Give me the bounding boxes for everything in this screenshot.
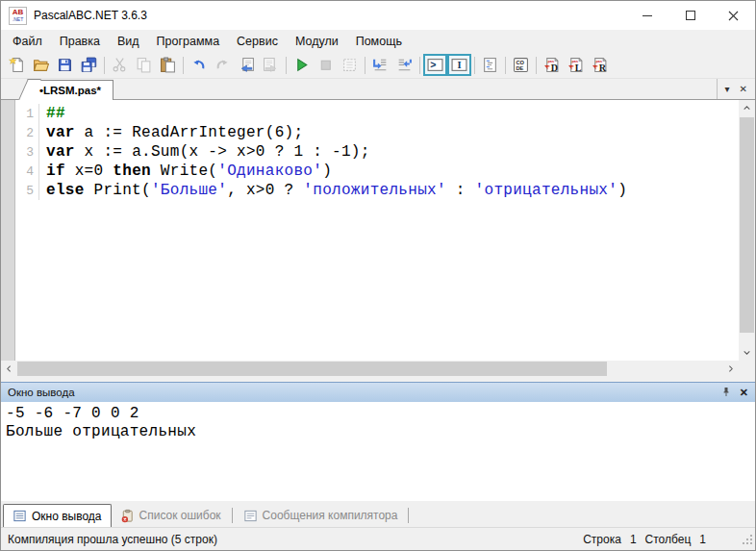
code-text: ## [38, 104, 65, 123]
tab-close-icon[interactable]: ✕ [740, 84, 747, 94]
app-icon-top-text: AB [13, 9, 24, 16]
increase-indent-button[interactable] [368, 54, 392, 76]
scroll-up-arrow[interactable] [739, 100, 755, 116]
token-pln: Write( [151, 163, 217, 180]
editor-vertical-scrollbar[interactable] [739, 100, 755, 361]
run-without-output-button[interactable] [338, 54, 362, 76]
undo-button[interactable] [187, 54, 211, 76]
close-button[interactable] [712, 1, 755, 30]
code-line: 2var a := ReadArrInteger(6); [16, 123, 739, 142]
code-text: else Print('Больше', x>0 ? 'положительны… [38, 181, 627, 200]
col-label: Столбец [645, 533, 692, 546]
svg-text:R: R [599, 63, 607, 73]
line-number: 3 [16, 142, 38, 162]
toolbar-separator [286, 57, 287, 74]
svg-text:>: > [430, 59, 436, 70]
new-file-button[interactable] [5, 54, 29, 76]
window-title: PascalABC.NET 3.6.3 [34, 9, 147, 22]
pin-icon[interactable] [720, 386, 732, 400]
decrease-indent-button[interactable] [392, 54, 416, 76]
token-pln: x := a.Sum(x -> x>0 ? 1 : -1); [75, 143, 370, 161]
code-templates-button[interactable]: CODE [509, 54, 533, 76]
convert-l-icon: pasL [567, 57, 584, 73]
col-value: 1 [699, 533, 706, 546]
show-structure-button[interactable] [478, 54, 502, 76]
menu-item-modules[interactable]: Модули [288, 32, 346, 51]
toggle-input-caret-button[interactable]: I [447, 54, 471, 76]
bottom-tab-label: Список ошибок [139, 509, 221, 522]
convert-d-button[interactable]: pasD [540, 54, 564, 76]
open-file-icon [33, 57, 49, 73]
svg-text:D: D [551, 63, 558, 73]
bottom-tab-separator [408, 508, 409, 523]
tab-bar: •LRSM.pas* ▾ ✕ [1, 79, 755, 100]
status-bar: Компиляция прошла успешно (5 строк) Стро… [1, 527, 755, 550]
menu-item-service[interactable]: Сервис [229, 32, 286, 51]
scroll-left-arrow[interactable] [1, 361, 17, 377]
maximize-button[interactable] [668, 1, 712, 30]
navigate-back-button[interactable] [235, 54, 259, 76]
cut-button[interactable] [108, 54, 132, 76]
bottom-tab-label: Сообщения компилятора [263, 509, 398, 522]
navigate-forward-button[interactable] [259, 54, 283, 76]
app-icon-bottom-text: .NET [13, 16, 23, 22]
vertical-scroll-thumb[interactable] [740, 117, 754, 333]
output-line: Больше отрицательных [6, 423, 750, 441]
svg-text:L: L [575, 63, 582, 73]
tab-dropdown-icon[interactable]: ▾ [725, 84, 730, 94]
copy-icon [136, 57, 152, 73]
token-pln: x=0 [65, 163, 113, 180]
tab-bar-controls: ▾ ✕ [717, 79, 755, 99]
scroll-right-arrow[interactable] [722, 361, 739, 377]
bottom-tab-error-list[interactable]: Список ошибок [112, 505, 230, 526]
run-without-output-icon [341, 57, 358, 73]
token-str: 'Больше' [151, 182, 227, 199]
redo-button[interactable] [211, 54, 235, 76]
menu-item-edit[interactable]: Правка [52, 32, 108, 51]
convert-r-icon: pasR [592, 57, 608, 73]
open-file-button[interactable] [29, 54, 53, 76]
token-str: 'положительных' [303, 182, 446, 199]
resize-grip[interactable] [742, 534, 753, 548]
convert-r-button[interactable]: pasR [588, 54, 612, 76]
code-text: var x := a.Sum(x -> x>0 ? 1 : -1); [38, 142, 370, 162]
output-text-area[interactable]: -5 -6 -7 0 0 2Больше отрицательных [1, 402, 755, 501]
new-file-icon [9, 57, 25, 73]
code-editor[interactable]: 1##2var a := ReadArrInteger(6);3var x :=… [1, 100, 755, 377]
run-button[interactable] [290, 54, 314, 76]
editor-horizontal-scrollbar[interactable] [1, 361, 739, 377]
save-all-button[interactable] [77, 54, 101, 76]
stop-button[interactable] [314, 54, 338, 76]
window-controls [625, 1, 755, 30]
menu-item-program[interactable]: Программа [149, 32, 228, 51]
output-panel-controls: ✕ [720, 386, 748, 400]
pascalabc-ide-window: AB .NET PascalABC.NET 3.6.3 ФайлПравкаВи… [0, 0, 756, 551]
bottom-tab-label: Окно вывода [32, 510, 102, 523]
toggle-output-window-button[interactable]: > [423, 54, 447, 76]
token-cmt: ## [46, 105, 65, 122]
code-line: 4if x=0 then Write('Одинаково') [16, 162, 739, 181]
navigate-forward-icon [263, 57, 279, 73]
horizontal-scroll-thumb[interactable] [17, 362, 607, 376]
output-close-icon[interactable]: ✕ [740, 387, 748, 399]
menu-item-file[interactable]: Файл [5, 32, 50, 51]
code-area[interactable]: 1##2var a := ReadArrInteger(6);3var x :=… [16, 100, 739, 361]
paste-button[interactable] [156, 54, 180, 76]
status-message: Компиляция прошла успешно (5 строк) [8, 533, 217, 546]
menu-item-view[interactable]: Вид [110, 32, 147, 51]
menu-item-help[interactable]: Помощь [348, 32, 410, 51]
svg-text:DE: DE [516, 65, 523, 71]
tab-lrsm-pas[interactable]: •LRSM.pas* [32, 80, 113, 100]
bottom-tab-output-window[interactable]: Окно вывода [3, 504, 112, 527]
editor-icon-margin [1, 100, 15, 361]
bottom-tab-compiler-messages[interactable]: Сообщения компилятора [235, 505, 407, 526]
line-number: 5 [16, 181, 38, 200]
minimize-button[interactable] [625, 1, 668, 30]
save-file-button[interactable] [53, 54, 77, 76]
convert-d-icon: pasD [543, 57, 560, 73]
convert-l-button[interactable]: pasL [564, 54, 588, 76]
scroll-down-arrow[interactable] [739, 344, 755, 361]
copy-button[interactable] [132, 54, 156, 76]
app-icon: AB .NET [9, 7, 27, 25]
tab-label: •LRSM.pas* [39, 85, 101, 96]
